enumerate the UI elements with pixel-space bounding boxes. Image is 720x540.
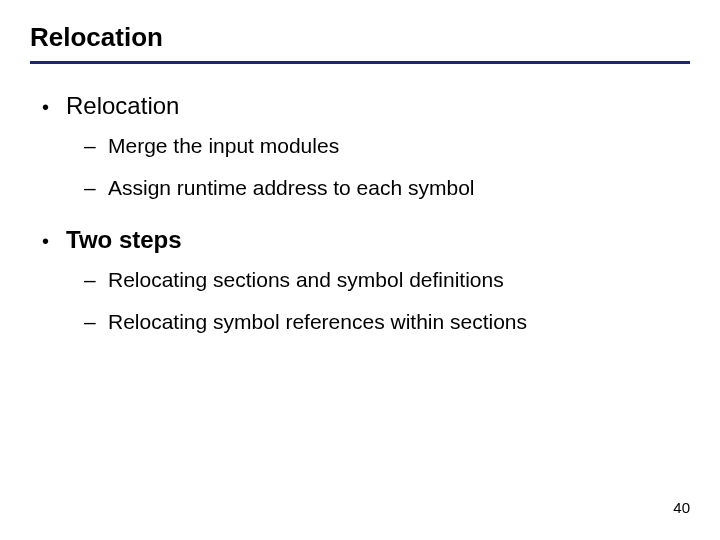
slide: Relocation • Relocation – Merge the inpu…: [0, 0, 720, 540]
bullet-relocation: • Relocation: [42, 92, 690, 120]
sub-bullet: – Relocating symbol references within se…: [84, 310, 690, 334]
sub-list: – Relocating sections and symbol definit…: [84, 268, 690, 334]
slide-title: Relocation: [30, 22, 690, 53]
sub-list: – Merge the input modules – Assign runti…: [84, 134, 690, 200]
bullet-label: Two steps: [66, 226, 182, 254]
sub-bullet-text: Relocating symbol references within sect…: [108, 310, 527, 334]
title-underline: [30, 61, 690, 64]
dash-icon: –: [84, 268, 108, 292]
dash-icon: –: [84, 134, 108, 158]
sub-bullet: – Assign runtime address to each symbol: [84, 176, 690, 200]
bullet-dot-icon: •: [42, 229, 66, 253]
sub-bullet: – Merge the input modules: [84, 134, 690, 158]
bullet-two-steps: • Two steps: [42, 226, 690, 254]
page-number: 40: [673, 499, 690, 516]
bullet-dot-icon: •: [42, 95, 66, 119]
sub-bullet-text: Relocating sections and symbol definitio…: [108, 268, 504, 292]
sub-bullet-text: Assign runtime address to each symbol: [108, 176, 475, 200]
bullet-list: • Relocation – Merge the input modules –…: [42, 92, 690, 334]
dash-icon: –: [84, 176, 108, 200]
dash-icon: –: [84, 310, 108, 334]
sub-bullet-text: Merge the input modules: [108, 134, 339, 158]
sub-bullet: – Relocating sections and symbol definit…: [84, 268, 690, 292]
bullet-label: Relocation: [66, 92, 179, 120]
